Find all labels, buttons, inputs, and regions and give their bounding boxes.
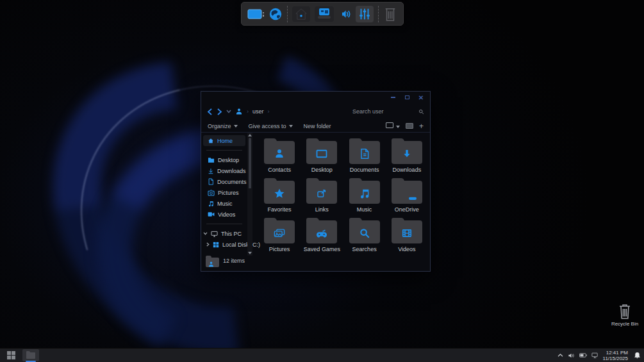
chevron-down-icon (289, 125, 293, 128)
back-button[interactable] (207, 108, 213, 115)
monitor-icon (316, 149, 327, 158)
scroll-up-icon[interactable] (248, 134, 252, 136)
history-dropdown-icon[interactable] (226, 110, 231, 113)
chevron-down-icon (234, 125, 238, 128)
folder-icon (392, 220, 422, 243)
folder-item-links[interactable]: Links (302, 176, 341, 215)
folder-item-saved-games[interactable]: Saved Games (302, 216, 341, 255)
sidebar-item-this-pc[interactable]: This PC (201, 228, 247, 239)
navigation-bar: › user › Search user (201, 103, 430, 120)
folder-icon (264, 181, 295, 204)
folder-icon (392, 181, 422, 204)
scrollbar-thumb[interactable] (249, 138, 251, 251)
cloud-dash-icon (409, 197, 417, 201)
folder-grid: Contacts Desktop Documents (252, 133, 430, 256)
folder-label: Favorites (268, 206, 292, 213)
globe-icon[interactable] (268, 7, 283, 21)
sidebar-item-local-disk[interactable]: Local Disk (C:) (201, 239, 247, 250)
battery-icon[interactable] (579, 352, 587, 358)
expand-ribbon-icon[interactable]: + (419, 122, 424, 130)
volume-wave-icon[interactable] (338, 8, 351, 20)
give-access-menu[interactable]: Give access to (249, 123, 293, 129)
sidebar-scrollbar[interactable] (247, 133, 252, 256)
folder-label: Links (315, 206, 329, 213)
folder-item-downloads[interactable]: Downloads (388, 136, 426, 176)
change-view-button[interactable] (386, 122, 400, 129)
folder-item-documents[interactable]: Documents (345, 136, 384, 176)
navigation-pane: Home Desktop Downloads (201, 133, 247, 256)
top-dock (241, 2, 404, 26)
folder-icon (392, 141, 422, 164)
folder-item-pictures[interactable]: Pictures (260, 216, 299, 255)
minimize-button[interactable] (390, 95, 396, 101)
hidden-icons-chevron-icon[interactable] (557, 353, 563, 358)
folder-icon (349, 181, 380, 204)
search-placeholder: Search user (352, 108, 384, 115)
folder-item-onedrive[interactable]: OneDrive (388, 176, 426, 215)
sidebar-item-home[interactable]: Home (203, 135, 245, 146)
camera-icon (208, 190, 215, 196)
user-profile-icon[interactable] (235, 108, 243, 115)
monitor-icon (211, 231, 218, 237)
maximize-button[interactable] (404, 95, 410, 101)
sidebar-item-pictures[interactable]: Pictures (201, 187, 247, 198)
trash-icon[interactable] (383, 6, 397, 22)
equalizer-icon[interactable] (356, 6, 374, 22)
folder-icon (306, 141, 337, 164)
close-button[interactable]: ✕ (418, 95, 424, 101)
dock-separator (378, 6, 379, 22)
display-icon[interactable] (247, 8, 264, 21)
search-input[interactable]: Search user (352, 108, 424, 115)
film-icon (401, 228, 412, 238)
folder-icon (26, 352, 35, 359)
folder-item-videos[interactable]: Videos (388, 216, 426, 255)
new-folder-button[interactable]: New folder (304, 123, 331, 129)
folder-item-searches[interactable]: Searches (345, 216, 384, 255)
file-explorer-taskbar-button[interactable] (22, 349, 39, 361)
breadcrumb-chevron-icon: › (247, 108, 249, 115)
download-arrow-icon (208, 168, 214, 174)
recycle-bin[interactable]: Recycle Bin (607, 303, 643, 327)
preview-pane-icon[interactable] (406, 123, 413, 129)
chevron-right-icon[interactable] (206, 242, 210, 247)
chevron-down-icon (396, 126, 400, 128)
breadcrumb-chevron-icon: › (268, 108, 270, 115)
person-icon (208, 261, 215, 268)
breadcrumb[interactable]: user (252, 108, 264, 115)
scroll-down-icon[interactable] (248, 252, 252, 254)
folder-icon (306, 181, 337, 204)
home-icon[interactable] (292, 6, 310, 22)
start-button[interactable] (3, 350, 19, 361)
sidebar-item-desktop[interactable]: Desktop (201, 154, 247, 165)
sidebar-divider (206, 224, 242, 224)
sidebar-item-documents[interactable]: Documents (201, 176, 247, 187)
user-folder-icon[interactable] (206, 256, 220, 268)
sidebar-item-music[interactable]: Music (201, 198, 247, 209)
media-device-icon[interactable] (315, 6, 334, 22)
forward-button[interactable] (217, 108, 222, 115)
chevron-down-icon[interactable] (202, 232, 208, 235)
home-icon (208, 138, 214, 144)
folder-item-music[interactable]: Music (345, 176, 384, 215)
pictures-icon (274, 228, 285, 238)
item-count: 12 items (223, 258, 245, 264)
folder-item-contacts[interactable]: Contacts (260, 136, 299, 176)
folder-icon (208, 157, 215, 163)
organize-menu[interactable]: Organize (208, 123, 238, 129)
folder-label: Videos (398, 246, 415, 252)
network-icon[interactable] (591, 352, 599, 359)
title-bar[interactable]: ✕ (201, 92, 430, 103)
volume-icon[interactable] (568, 352, 575, 359)
sidebar-item-downloads[interactable]: Downloads (201, 165, 247, 176)
windows-logo-icon (7, 351, 15, 359)
dock-separator (287, 6, 288, 22)
taskbar-clock[interactable]: 12:41 PM 11/15/2025 (603, 350, 628, 361)
music-note-icon (359, 188, 370, 199)
clock-time: 12:41 PM (603, 350, 628, 356)
notification-bell-icon[interactable] (634, 352, 641, 359)
search-icon (418, 109, 424, 115)
folder-label: OneDrive (395, 206, 419, 213)
folder-item-desktop[interactable]: Desktop (302, 136, 341, 176)
sidebar-item-videos[interactable]: Videos (201, 209, 247, 220)
folder-item-favorites[interactable]: Favorites (260, 176, 299, 215)
